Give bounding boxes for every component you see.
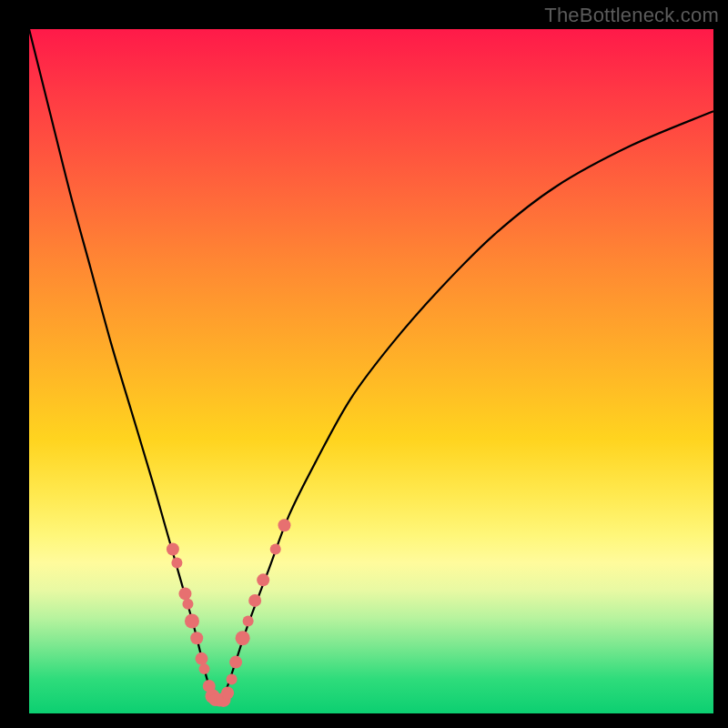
highlight-dot <box>227 673 238 684</box>
highlight-dots <box>167 519 291 707</box>
highlight-dot <box>190 632 203 644</box>
highlight-dot <box>196 652 208 665</box>
highlight-dot <box>199 663 210 674</box>
highlight-dot <box>278 519 290 531</box>
highlight-dot <box>221 686 234 699</box>
highlight-dot <box>167 543 179 556</box>
highlight-dot <box>185 613 199 628</box>
highlight-dot <box>171 558 182 569</box>
highlight-dot <box>243 615 254 626</box>
bottleneck-curve <box>29 29 713 702</box>
highlight-dot <box>248 594 261 607</box>
highlight-dot <box>236 631 250 645</box>
plot-area <box>29 29 713 713</box>
highlight-dot <box>178 587 191 600</box>
highlight-dot <box>229 656 242 669</box>
watermark-text: TheBottleneck.com <box>544 4 719 27</box>
highlight-dot <box>270 544 281 555</box>
highlight-dot <box>182 599 193 610</box>
chart-frame: TheBottleneck.com <box>0 0 728 728</box>
curve-svg <box>29 29 713 713</box>
highlight-dot <box>257 573 269 586</box>
